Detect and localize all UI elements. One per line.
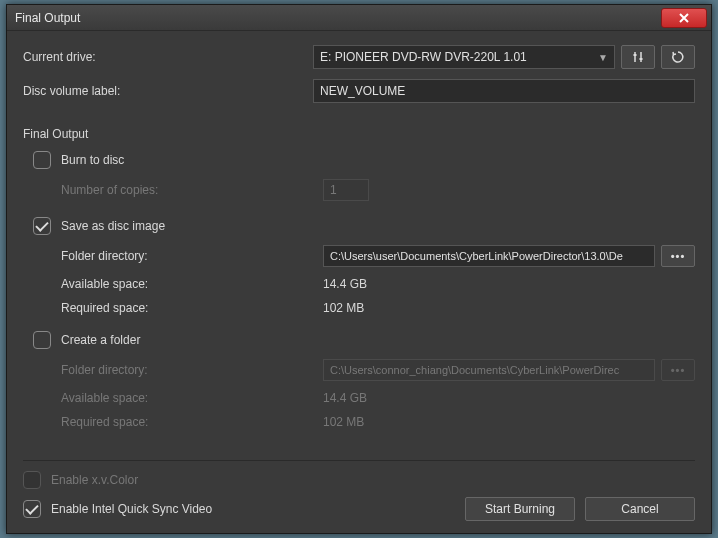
burn-to-disc-block: Burn to disc Number of copies: — [33, 151, 695, 211]
current-drive-value: E: PIONEER DVD-RW DVR-220L 1.01 — [320, 50, 527, 64]
disc-volume-input[interactable] — [313, 79, 695, 103]
create-folder-checkbox[interactable] — [33, 331, 51, 349]
disc-volume-row: Disc volume label: — [23, 79, 695, 103]
xvcolor-checkbox — [23, 471, 41, 489]
create-folder-folder-label: Folder directory: — [61, 363, 323, 377]
create-folder-label: Create a folder — [61, 333, 140, 347]
footer-buttons: Start Burning Cancel — [465, 497, 695, 521]
qsv-label: Enable Intel Quick Sync Video — [51, 502, 212, 516]
save-image-avail-row: Available space: 14.4 GB — [61, 277, 695, 291]
save-image-req-value: 102 MB — [323, 301, 364, 315]
burn-to-disc-row: Burn to disc — [33, 151, 695, 169]
save-image-avail-label: Available space: — [61, 277, 323, 291]
xvcolor-label: Enable x.v.Color — [51, 473, 138, 487]
refresh-icon — [671, 50, 685, 64]
copies-input — [323, 179, 369, 201]
create-folder-req-row: Required space: 102 MB — [61, 415, 695, 429]
close-button[interactable] — [661, 8, 707, 28]
create-folder-avail-value: 14.4 GB — [323, 391, 367, 405]
current-drive-label: Current drive: — [23, 50, 313, 64]
create-folder-folder-row: Folder directory: ••• — [61, 359, 695, 381]
cancel-button[interactable]: Cancel — [585, 497, 695, 521]
save-image-folder-label: Folder directory: — [61, 249, 323, 263]
svg-rect-0 — [634, 54, 637, 56]
footer: Enable x.v.Color Enable Intel Quick Sync… — [23, 460, 695, 525]
svg-rect-1 — [640, 58, 643, 60]
save-image-row: Save as disc image — [33, 217, 695, 235]
qsv-checkbox[interactable] — [23, 500, 41, 518]
create-folder-avail-label: Available space: — [61, 391, 323, 405]
final-output-window: Final Output Current drive: E: PIONEER D… — [6, 4, 712, 534]
ellipsis-icon: ••• — [671, 364, 686, 376]
copies-label: Number of copies: — [61, 183, 323, 197]
start-burning-button[interactable]: Start Burning — [465, 497, 575, 521]
chevron-down-icon: ▼ — [598, 52, 608, 63]
save-image-req-row: Required space: 102 MB — [61, 301, 695, 315]
create-folder-req-value: 102 MB — [323, 415, 364, 429]
create-folder-folder-input — [323, 359, 655, 381]
footer-row: Enable Intel Quick Sync Video Start Burn… — [23, 497, 695, 521]
current-drive-row: Current drive: E: PIONEER DVD-RW DVR-220… — [23, 45, 695, 69]
burn-to-disc-label: Burn to disc — [61, 153, 124, 167]
save-image-folder-row: Folder directory: ••• — [61, 245, 695, 267]
close-icon — [679, 13, 689, 23]
save-image-browse-button[interactable]: ••• — [661, 245, 695, 267]
create-folder-req-label: Required space: — [61, 415, 323, 429]
create-folder-browse-button: ••• — [661, 359, 695, 381]
save-image-label: Save as disc image — [61, 219, 165, 233]
burn-to-disc-checkbox[interactable] — [33, 151, 51, 169]
save-image-checkbox[interactable] — [33, 217, 51, 235]
window-title: Final Output — [15, 11, 80, 25]
ellipsis-icon: ••• — [671, 250, 686, 262]
disc-volume-label: Disc volume label: — [23, 84, 313, 98]
final-output-section-title: Final Output — [23, 127, 695, 141]
titlebar: Final Output — [7, 5, 711, 31]
current-drive-select[interactable]: E: PIONEER DVD-RW DVR-220L 1.01 ▼ — [313, 45, 615, 69]
save-image-folder-input[interactable] — [323, 245, 655, 267]
refresh-drive-button[interactable] — [661, 45, 695, 69]
save-image-req-label: Required space: — [61, 301, 323, 315]
sliders-icon — [631, 50, 645, 64]
drive-settings-button[interactable] — [621, 45, 655, 69]
save-image-avail-value: 14.4 GB — [323, 277, 367, 291]
qsv-row: Enable Intel Quick Sync Video — [23, 500, 465, 518]
copies-row: Number of copies: — [61, 179, 695, 201]
save-image-block: Save as disc image Folder directory: •••… — [33, 217, 695, 325]
dialog-body: Current drive: E: PIONEER DVD-RW DVR-220… — [7, 31, 711, 533]
xvcolor-row: Enable x.v.Color — [23, 471, 695, 489]
create-folder-block: Create a folder Folder directory: ••• Av… — [33, 331, 695, 439]
create-folder-row: Create a folder — [33, 331, 695, 349]
create-folder-avail-row: Available space: 14.4 GB — [61, 391, 695, 405]
